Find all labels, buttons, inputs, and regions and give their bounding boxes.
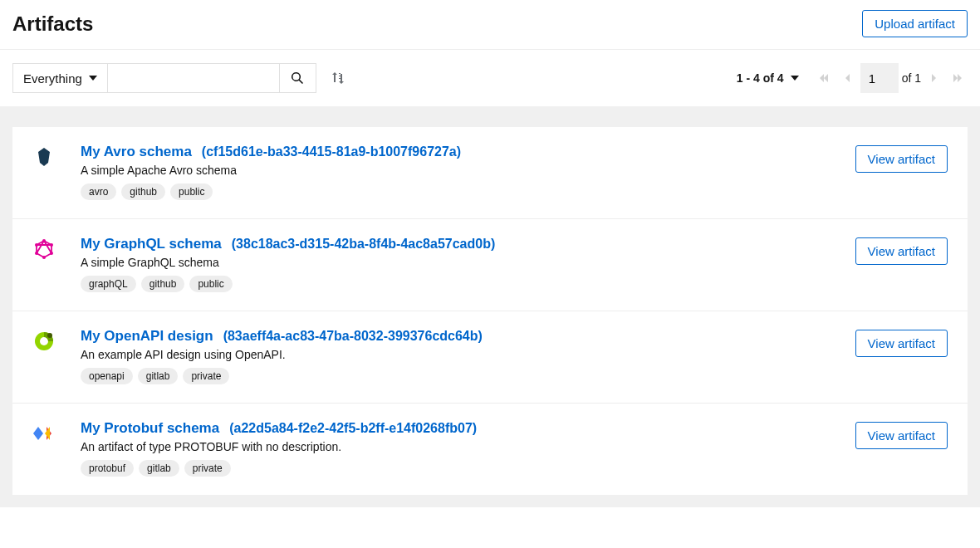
next-page-button[interactable] [924, 68, 944, 88]
artifact-id: (38c18ac3-d315-42ba-8f4b-4ac8a57cad0b) [232, 237, 496, 252]
artifact-content: My Protobuf schema(a22d5a84-f2e2-42f5-b2… [81, 420, 855, 477]
tag-row: protobufgitlabprivate [81, 460, 855, 477]
tag: github [141, 276, 185, 292]
tag: private [184, 460, 231, 477]
artifact-content: My Avro schema(cf15d61e-ba33-4415-81a9-b… [81, 144, 855, 200]
sort-icon [331, 71, 345, 86]
search-button[interactable] [279, 64, 316, 92]
svg-point-1 [50, 243, 53, 247]
artifact-id: (cf15d61e-ba33-4415-81a9-b1007f96727a) [202, 144, 461, 159]
artifact-id: (a22d5a84-f2e2-42f5-b2ff-e14f0268fb07) [229, 421, 477, 436]
svg-point-8 [47, 333, 52, 338]
tag: protobuf [81, 460, 134, 477]
page-number-input[interactable] [860, 63, 899, 93]
artifact-content: My OpenAPI design(83aeff4a-ac83-47ba-803… [81, 328, 855, 384]
sort-button[interactable] [330, 71, 346, 86]
artifact-name-link[interactable]: My Protobuf schema [81, 420, 219, 437]
chevron-left-icon [843, 72, 851, 84]
artifact-content: My GraphQL schema(38c18ac3-d315-42ba-8f4… [81, 236, 855, 292]
range-selector[interactable]: 1 - 4 of 4 [737, 71, 799, 85]
artifact-id: (83aeff4a-ac83-47ba-8032-399376cdc64b) [223, 329, 483, 344]
tag: gitlab [138, 368, 179, 384]
search-input[interactable] [108, 64, 279, 92]
artifact-description: A simple Apache Avro schema [81, 164, 855, 177]
filter-select[interactable]: Everything [13, 64, 108, 92]
artifact-row: My Protobuf schema(a22d5a84-f2e2-42f5-b2… [12, 404, 968, 495]
tag: gitlab [139, 460, 179, 477]
artifact-row: My Avro schema(cf15d61e-ba33-4415-81a9-b… [12, 127, 968, 219]
svg-point-5 [35, 243, 38, 247]
upload-artifact-button[interactable]: Upload artifact [862, 10, 968, 37]
prev-page-button[interactable] [837, 68, 857, 88]
svg-point-2 [50, 252, 53, 255]
search-group: Everything [12, 63, 316, 93]
artifact-list: My Avro schema(cf15d61e-ba33-4415-81a9-b… [12, 127, 968, 495]
artifact-name-link[interactable]: My Avro schema [81, 144, 192, 160]
last-page-button[interactable] [948, 68, 968, 88]
view-artifact-button[interactable]: View artifact [855, 237, 948, 265]
artifact-row: My OpenAPI design(83aeff4a-ac83-47ba-803… [12, 311, 968, 404]
chevron-right-icon [930, 72, 938, 84]
caret-down-icon [89, 76, 97, 81]
artifact-description: An artifact of type PROTOBUF with no des… [81, 440, 855, 453]
avro-icon [32, 145, 56, 169]
view-artifact-button[interactable]: View artifact [855, 330, 948, 357]
tag: github [121, 183, 165, 200]
double-chevron-right-icon [952, 72, 963, 84]
tag: public [170, 183, 213, 200]
range-text: 1 - 4 of 4 [737, 71, 784, 85]
artifact-description: An example API design using OpenAPI. [81, 348, 855, 361]
svg-point-7 [40, 337, 48, 345]
tag: public [189, 276, 232, 292]
double-chevron-left-icon [818, 72, 830, 84]
tag-row: openapigitlabprivate [81, 368, 855, 384]
openapi-icon [32, 330, 56, 353]
artifact-name-link[interactable]: My GraphQL schema [81, 236, 222, 252]
artifact-name-link[interactable]: My OpenAPI design [81, 328, 213, 345]
artifact-row: My GraphQL schema(38c18ac3-d315-42ba-8f4… [12, 219, 968, 311]
artifact-description: A simple GraphQL schema [81, 256, 855, 269]
protobuf-icon [32, 422, 56, 445]
tag: private [183, 368, 229, 384]
view-artifact-button[interactable]: View artifact [855, 422, 948, 449]
graphql-icon [32, 237, 56, 261]
svg-point-3 [42, 256, 46, 259]
search-icon [291, 71, 304, 85]
tag-row: graphQLgithubpublic [81, 276, 855, 292]
svg-marker-9 [33, 427, 43, 440]
first-page-button[interactable] [814, 68, 834, 88]
view-artifact-button[interactable]: View artifact [855, 145, 948, 173]
filter-select-label: Everything [23, 71, 82, 86]
page-title: Artifacts [12, 12, 93, 36]
svg-point-0 [42, 239, 46, 242]
tag-row: avrogithubpublic [81, 183, 855, 200]
tag: openapi [81, 368, 133, 384]
pagination: of 1 [814, 63, 968, 93]
caret-down-icon [791, 76, 799, 81]
svg-point-4 [35, 252, 38, 255]
tag: avro [81, 183, 116, 200]
page-of-label: of 1 [902, 71, 921, 85]
tag: graphQL [81, 276, 136, 292]
